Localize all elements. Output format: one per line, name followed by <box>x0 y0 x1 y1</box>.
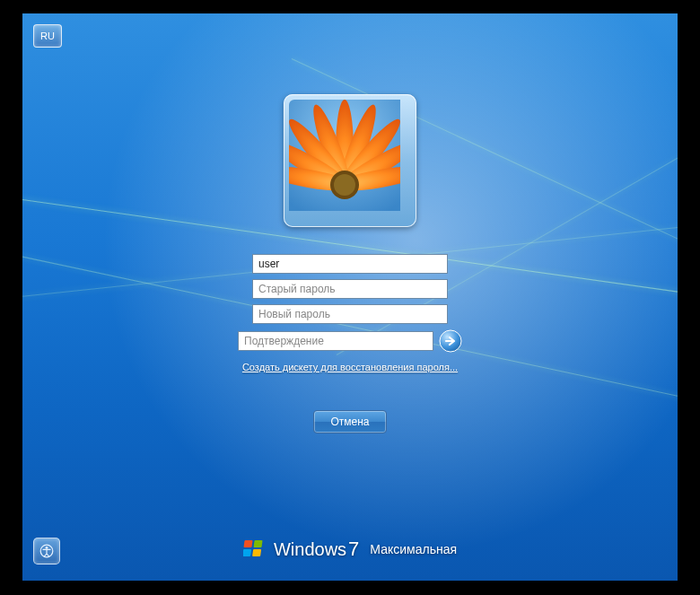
create-reset-disk-link[interactable]: Создать дискету для восстановления парол… <box>242 362 458 372</box>
flower-avatar-icon <box>289 100 400 211</box>
branding: Windows7 Максимальная <box>22 538 678 561</box>
brand-product-name: Windows <box>274 539 346 559</box>
input-language-button[interactable]: RU <box>33 24 62 48</box>
svg-point-14 <box>46 547 48 549</box>
username-field[interactable] <box>252 254 448 274</box>
brand-version: 7 <box>348 538 359 560</box>
svg-rect-16 <box>253 540 262 547</box>
svg-rect-18 <box>252 549 261 556</box>
windows-flag-icon <box>243 538 267 561</box>
arrow-right-icon <box>439 329 462 353</box>
ease-of-access-icon <box>39 542 54 560</box>
logon-desktop: RU <box>22 13 678 581</box>
new-password-field[interactable] <box>252 304 448 324</box>
brand-product: Windows7 <box>274 538 359 561</box>
login-panel: Создать дискету для восстановления парол… <box>215 94 485 433</box>
svg-rect-17 <box>243 549 251 556</box>
svg-point-11 <box>334 174 355 196</box>
cancel-button[interactable]: Отмена <box>313 410 387 433</box>
old-password-field[interactable] <box>252 279 448 299</box>
brand-edition: Максимальная <box>370 542 457 556</box>
user-avatar-frame <box>284 94 416 227</box>
user-avatar <box>289 100 411 222</box>
confirm-password-field[interactable] <box>238 331 433 351</box>
submit-button[interactable] <box>439 329 462 353</box>
screen-root: RU <box>0 0 700 595</box>
ease-of-access-button[interactable] <box>33 538 60 564</box>
svg-rect-15 <box>243 540 252 547</box>
